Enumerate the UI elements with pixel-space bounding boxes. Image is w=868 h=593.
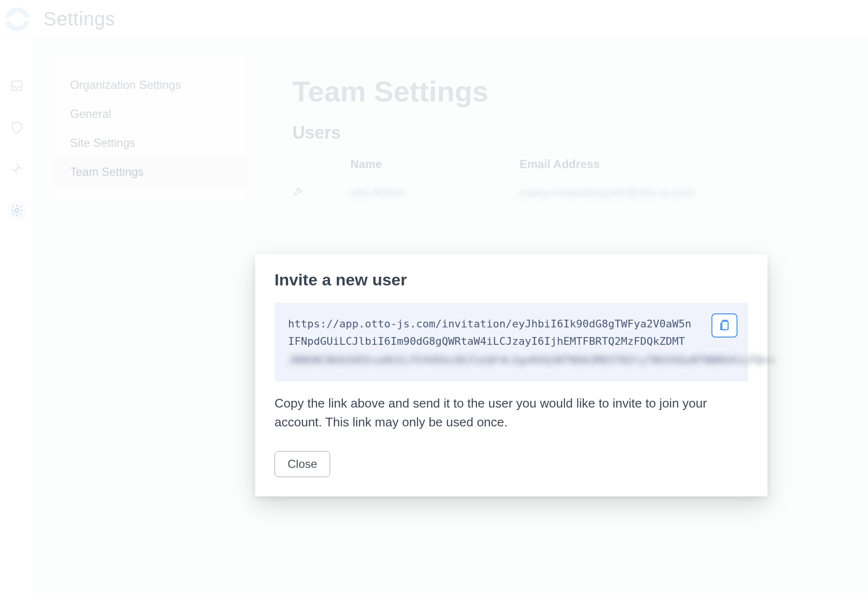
invite-link-obscured: JBNUNCNUQ3OEExa0U1LFE4VDUzOEZ1eQF4LXgnRX… — [288, 352, 735, 369]
clipboard-icon — [718, 319, 731, 333]
invite-link-text[interactable]: https://app.otto-js.com/invitation/eyJhb… — [288, 315, 735, 351]
modal-description: Copy the link above and send it to the u… — [275, 394, 748, 432]
close-button-label: Close — [288, 457, 317, 470]
invite-link-box: https://app.otto-js.com/invitation/eyJhb… — [275, 303, 748, 381]
svg-rect-3 — [722, 321, 728, 329]
copy-link-button[interactable] — [711, 313, 738, 338]
close-button[interactable]: Close — [275, 451, 330, 477]
invite-user-modal: Invite a new user https://app.otto-js.co… — [255, 254, 767, 496]
modal-title: Invite a new user — [275, 270, 748, 289]
